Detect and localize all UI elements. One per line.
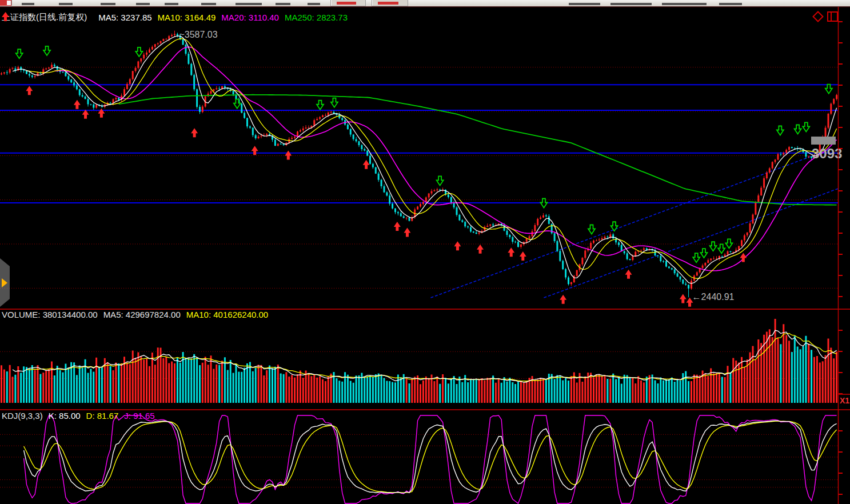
chart-canvas[interactable]: ~3587.03←2440.913093	[0, 0, 850, 504]
buy-arrow-icon	[26, 86, 33, 95]
sell-arrow-icon	[718, 244, 725, 253]
buy-arrow-icon	[285, 150, 292, 159]
axis-layer	[0, 7, 850, 504]
window-icon[interactable]	[827, 11, 838, 22]
chart-corner-widgets	[814, 11, 838, 22]
sell-arrow-icon	[43, 46, 50, 55]
sell-arrow-icon	[803, 122, 809, 131]
support-line-layer	[0, 85, 838, 298]
sell-arrow-icon	[611, 222, 618, 231]
buy-arrow-icon	[191, 128, 198, 137]
peak-price-annotation: ~3587.03	[179, 30, 217, 39]
right-price-label: 3093	[812, 146, 842, 161]
sell-arrow-icon	[725, 239, 732, 248]
sell-arrow-icon	[777, 126, 784, 135]
side-panel-handle[interactable]	[0, 258, 10, 307]
trough-price-annotation: ←2440.91	[692, 292, 735, 302]
sell-arrow-icon	[588, 225, 595, 234]
gridline-layer	[0, 67, 838, 487]
buy-arrow-icon	[477, 245, 484, 254]
candlestick-layer	[2, 31, 837, 298]
sell-arrow-icon	[317, 101, 324, 110]
buy-arrow-icon	[454, 241, 461, 250]
horizontal-zoom-badge: X1	[840, 396, 849, 405]
expand-arrow-icon	[2, 278, 7, 287]
diamond-icon[interactable]	[812, 11, 824, 22]
signal-arrow-layer	[16, 46, 832, 307]
sell-arrow-icon	[135, 47, 142, 57]
price-label-box	[811, 137, 836, 145]
sell-arrow-icon	[437, 176, 444, 185]
sell-arrow-icon	[795, 125, 801, 134]
buy-arrow-icon	[74, 100, 81, 109]
sell-arrow-icon	[540, 199, 547, 208]
volume-layer	[2, 319, 837, 403]
buy-arrow-icon	[680, 294, 687, 303]
buy-arrow-icon	[394, 222, 401, 231]
buy-arrow-icon	[508, 247, 514, 257]
buy-arrow-icon	[625, 270, 632, 279]
buy-arrow-icon	[363, 160, 370, 169]
sell-arrow-icon	[16, 49, 23, 58]
buy-arrow-icon	[82, 110, 89, 119]
sell-arrow-icon	[331, 98, 338, 107]
sell-arrow-icon	[693, 253, 700, 262]
kdj-layer	[24, 415, 837, 503]
buy-arrow-icon	[520, 251, 526, 261]
sell-arrow-icon	[710, 242, 717, 251]
buy-arrow-icon	[404, 228, 410, 237]
sell-arrow-icon	[700, 249, 707, 258]
buy-arrow-icon	[560, 295, 566, 304]
sell-arrow-icon	[825, 85, 832, 94]
stock-terminal-window: ~3587.03←2440.913093 上证指数(日线.前复权) MA5: 3…	[0, 0, 850, 504]
